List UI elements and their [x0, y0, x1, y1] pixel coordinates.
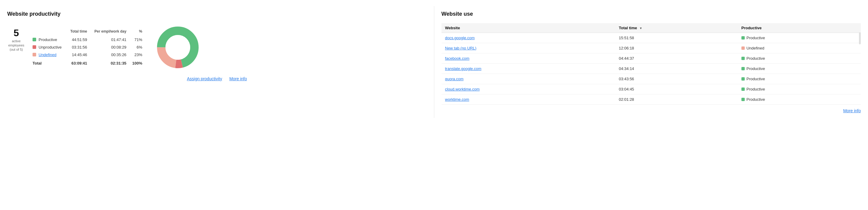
stats-label-cell: Productive	[30, 36, 66, 43]
left-panel-title: Website productivity	[7, 11, 427, 17]
employee-label: activeemployees(out of 5)	[8, 39, 24, 52]
col-header-category	[30, 28, 66, 36]
legend-label: Undefined	[38, 53, 56, 57]
stats-row: Undefined14:45:4600:35:2623%	[30, 51, 145, 59]
productive-dot	[741, 77, 745, 81]
website-row: quora.com03:43:56Productive	[441, 74, 861, 84]
productive-dot	[741, 98, 745, 101]
svg-point-3	[165, 35, 190, 60]
stats-per-day: 01:47:41	[90, 36, 129, 43]
donut-chart	[154, 23, 202, 71]
website-total-time: 03:04:45	[615, 84, 738, 94]
col-header-per-day: Per empl/work day	[90, 28, 129, 36]
website-productive-cell: Productive	[738, 94, 861, 105]
productive-dot	[741, 36, 745, 39]
website-use-table: Website Total time ▼ Productive docs.goo…	[441, 23, 861, 105]
website-link-cell[interactable]: cloud.worktime.com	[441, 84, 615, 94]
stats-percent: 23%	[129, 51, 145, 59]
website-row: cloud.worktime.com03:04:45Productive	[441, 84, 861, 94]
website-total-time: 03:43:56	[615, 74, 738, 84]
col-header-total-time: Total time	[66, 28, 90, 36]
stats-per-day: 00:08:29	[90, 43, 129, 51]
productive-dot	[741, 57, 745, 60]
stats-label-cell: Undefined	[30, 51, 66, 59]
stats-total-time: 44:51:59	[66, 36, 90, 43]
productive-label: Productive	[747, 97, 765, 102]
website-link-cell[interactable]: docs.google.com	[441, 33, 615, 43]
website-productive-cell: Productive	[738, 33, 861, 43]
left-info: 5 activeemployees(out of 5) Total time P…	[7, 28, 145, 67]
right-footer: More info	[441, 108, 861, 113]
website-total-time: 15:51:58	[615, 33, 738, 43]
website-use-panel: Website use Website Total time ▼ Product…	[434, 6, 868, 118]
sort-icon[interactable]: ▼	[639, 27, 642, 30]
website-productive-cell: Productive	[738, 64, 861, 74]
legend-color-dot	[33, 45, 36, 49]
website-link-cell[interactable]: facebook.com	[441, 53, 615, 64]
website-link-cell[interactable]: quora.com	[441, 74, 615, 84]
productive-label: Productive	[747, 56, 765, 61]
website-total-time: 04:34:14	[615, 64, 738, 74]
productive-dot	[741, 67, 745, 70]
scrollbar[interactable]	[859, 32, 861, 44]
col-header-total-time: Total time ▼	[615, 23, 738, 33]
right-panel-title: Website use	[441, 11, 861, 17]
legend-color-dot	[33, 38, 36, 41]
productivity-content: 5 activeemployees(out of 5) Total time P…	[7, 23, 427, 71]
stats-table: Total time Per empl/work day % Productiv…	[30, 28, 145, 67]
stats-row: Unproductive03:31:5600:08:296%	[30, 43, 145, 51]
productive-label: Productive	[747, 36, 765, 40]
col-header-website: Website	[441, 23, 615, 33]
legend-color-dot	[33, 53, 36, 56]
website-row: New tab (no URL)12:06:18Undefined	[441, 43, 861, 53]
employee-count-block: 5 activeemployees(out of 5)	[7, 28, 25, 52]
website-link-cell[interactable]: worktime.com	[441, 94, 615, 105]
website-productive-cell: Productive	[738, 53, 861, 64]
website-row: facebook.com04:44:37Productive	[441, 53, 861, 64]
undefined-link[interactable]: Undefined	[38, 53, 56, 57]
stats-label-cell: Unproductive	[30, 43, 66, 51]
website-total-time: 04:44:37	[615, 53, 738, 64]
website-productivity-panel: Website productivity 5 activeemployees(o…	[0, 6, 434, 118]
total-value: 100%	[129, 59, 145, 67]
total-label: Total	[30, 59, 66, 67]
legend-label: Unproductive	[38, 45, 62, 50]
website-total-time: 02:01:28	[615, 94, 738, 105]
website-productive-cell: Undefined	[738, 43, 861, 53]
actions-row: Assign productivity More info	[7, 76, 427, 81]
productive-dot	[741, 88, 745, 91]
website-link-cell[interactable]: translate.google.com	[441, 64, 615, 74]
left-more-info-link[interactable]: More info	[229, 76, 247, 81]
stats-total-time: 14:45:46	[66, 51, 90, 59]
stats-percent: 71%	[129, 36, 145, 43]
productive-label: Undefined	[747, 46, 764, 50]
total-value: 63:09:41	[66, 59, 90, 67]
legend-label: Productive	[38, 37, 57, 42]
stats-percent: 6%	[129, 43, 145, 51]
website-use-table-wrapper: Website Total time ▼ Productive docs.goo…	[441, 23, 861, 105]
stats-total-time: 03:31:56	[66, 43, 90, 51]
website-productive-cell: Productive	[738, 74, 861, 84]
website-row: translate.google.com04:34:14Productive	[441, 64, 861, 74]
productive-label: Productive	[747, 77, 765, 81]
productive-label: Productive	[747, 87, 765, 91]
productive-dot	[741, 47, 745, 50]
stats-row: Productive44:51:5901:47:4171%	[30, 36, 145, 43]
website-row: worktime.com02:01:28Productive	[441, 94, 861, 105]
stats-per-day: 00:35:26	[90, 51, 129, 59]
website-row: docs.google.com15:51:58Productive	[441, 33, 861, 43]
col-header-productive: Productive	[738, 23, 861, 33]
website-productive-cell: Productive	[738, 84, 861, 94]
right-more-info-link[interactable]: More info	[843, 108, 861, 113]
website-link-cell[interactable]: New tab (no URL)	[441, 43, 615, 53]
assign-productivity-link[interactable]: Assign productivity	[187, 76, 222, 81]
productive-label: Productive	[747, 66, 765, 71]
col-header-percent: %	[129, 28, 145, 36]
total-value: 02:31:35	[90, 59, 129, 67]
employee-number: 5	[13, 28, 19, 38]
stats-total-row: Total63:09:4102:31:35100%	[30, 59, 145, 67]
website-total-time: 12:06:18	[615, 43, 738, 53]
